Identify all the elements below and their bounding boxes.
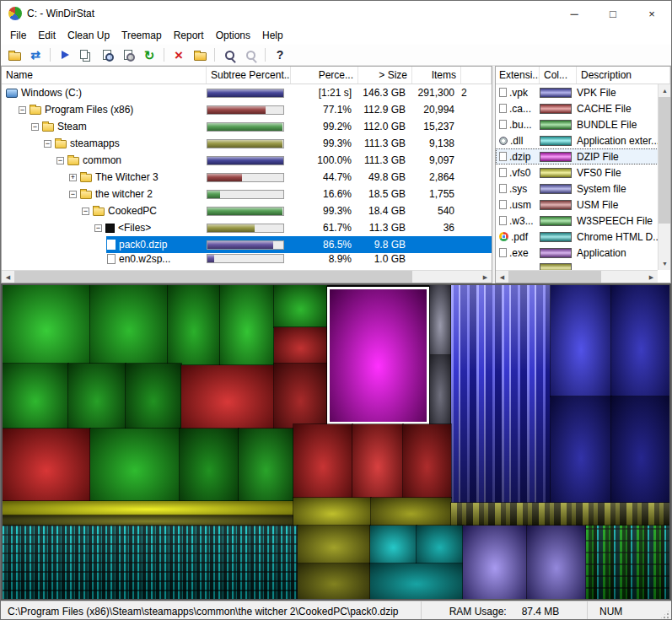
maximize-button[interactable]: □ <box>594 1 632 26</box>
resize-grip[interactable] <box>659 609 670 620</box>
expander-toggle[interactable]: + <box>69 174 77 181</box>
expander-toggle[interactable]: − <box>94 224 102 232</box>
tree-row[interactable]: −the witcher 216.6%18.5 GB1,755 <box>2 186 492 202</box>
treemap-rect[interactable] <box>126 364 181 429</box>
treemap-rect[interactable] <box>3 285 90 364</box>
extension-row[interactable]: .pdfChrome HTML D... <box>496 229 670 245</box>
extensions-vertical-scrollbar[interactable]: ▲ ▼ <box>658 84 670 270</box>
extension-row[interactable]: .dllApplication exter... <box>496 132 670 148</box>
scroll-thumb[interactable] <box>659 97 670 224</box>
extension-row[interactable]: .bu...BUNDLE File <box>496 116 670 132</box>
treemap-rect[interactable] <box>3 429 90 501</box>
scroll-left-icon[interactable]: ◀ <box>2 271 14 283</box>
scroll-down-icon[interactable]: ▼ <box>659 257 671 270</box>
treemap-rect[interactable] <box>429 355 451 424</box>
extension-row[interactable]: .dzipDZIP File <box>496 148 670 164</box>
menu-item-options[interactable]: Options <box>210 28 256 43</box>
treemap-rect[interactable] <box>298 526 370 563</box>
open-button[interactable] <box>4 46 24 64</box>
treemap-rect[interactable] <box>370 526 417 563</box>
tree-row[interactable]: −common100.0%111.3 GB9,097 <box>2 152 492 169</box>
extension-row[interactable]: .vpkVPK File <box>496 84 670 100</box>
expander-toggle[interactable]: − <box>56 157 64 164</box>
treemap-rect[interactable] <box>451 285 551 503</box>
column-header-col[interactable]: Col... <box>540 67 577 84</box>
column-header-extra[interactable] <box>461 67 492 84</box>
tree-row[interactable]: −steamapps99.3%111.3 GB9,138 <box>2 135 492 152</box>
expander-toggle[interactable]: − <box>31 123 39 131</box>
treemap-rect[interactable] <box>370 563 463 599</box>
treemap-rect[interactable] <box>274 327 327 364</box>
treemap-selected-file-rect[interactable] <box>327 287 429 424</box>
scroll-track[interactable] <box>508 271 645 283</box>
refresh-all-button[interactable] <box>25 46 46 64</box>
treemap-rect[interactable] <box>403 424 451 498</box>
copy-button[interactable] <box>76 46 96 64</box>
column-header-items[interactable]: Items <box>412 67 461 84</box>
expander-toggle[interactable]: − <box>44 140 51 148</box>
tree-row[interactable]: pack0.dzip86.5%9.8 GB <box>2 236 492 253</box>
treemap-rect[interactable] <box>3 526 298 599</box>
scroll-thumb[interactable] <box>14 271 412 283</box>
menu-item-edit[interactable]: Edit <box>32 28 62 43</box>
extension-row[interactable]: .w3...W3SPEECH File <box>496 213 670 229</box>
tree-row[interactable]: −<Files>61.7%11.3 GB36 <box>2 219 492 236</box>
treemap-rect[interactable] <box>274 285 327 327</box>
treemap-rect[interactable] <box>181 365 274 429</box>
scroll-up-icon[interactable]: ▲ <box>659 84 671 97</box>
refresh-selected-button[interactable] <box>139 46 159 64</box>
menu-item-file[interactable]: File <box>4 28 32 43</box>
extension-row[interactable]: .exeApplication <box>496 245 670 261</box>
menu-item-report[interactable]: Report <box>168 28 210 43</box>
column-header-size[interactable]: > Size <box>358 67 412 84</box>
treemap-rect[interactable] <box>586 526 669 599</box>
extensions-horizontal-scrollbar[interactable]: ◀ ▶ <box>496 270 658 283</box>
tree-row[interactable]: Windows (C:)[1:21 s]146.3 GB291,3002 <box>2 84 492 101</box>
scroll-right-icon[interactable]: ▶ <box>645 271 658 283</box>
treemap-rect[interactable] <box>274 364 327 429</box>
column-header-extensi[interactable]: Extensi... <box>496 67 540 84</box>
resume-button[interactable] <box>55 46 75 64</box>
delete-button[interactable] <box>169 46 189 64</box>
expander-toggle[interactable]: − <box>69 191 77 198</box>
treemap-rect[interactable] <box>168 285 220 365</box>
treemap-rect[interactable] <box>371 498 451 526</box>
extension-row[interactable]: .vfs0VFS0 File <box>496 164 670 181</box>
treemap-rect[interactable] <box>90 285 168 364</box>
scroll-thumb[interactable] <box>508 271 601 283</box>
minimize-button[interactable]: ─ <box>555 1 594 26</box>
treemap-rect[interactable] <box>3 515 293 526</box>
treemap-rect[interactable] <box>429 285 451 355</box>
tree-row[interactable]: +The Witcher 344.7%49.8 GB2,864 <box>2 169 492 186</box>
view-doc2-button[interactable] <box>118 46 138 64</box>
folder-button[interactable] <box>190 46 210 64</box>
tree-horizontal-scrollbar[interactable]: ◀ ▶ <box>2 270 492 283</box>
treemap-rect[interactable] <box>3 501 293 515</box>
column-header-subtree-percent[interactable]: Subtree Percent... <box>207 67 291 84</box>
view-doc-button[interactable] <box>97 46 117 64</box>
zoom-in-button[interactable] <box>219 46 239 64</box>
extension-row[interactable]: .usmUSM File <box>496 197 670 213</box>
treemap-rect[interactable] <box>180 429 239 501</box>
treemap-rect[interactable] <box>293 424 352 498</box>
treemap-rect[interactable] <box>239 429 293 501</box>
treemap-rect[interactable] <box>527 526 586 599</box>
extension-row[interactable]: .sysSystem file <box>496 181 670 197</box>
treemap-rect[interactable] <box>551 396 611 503</box>
tree-row[interactable]: −Steam99.2%112.0 GB15,237 <box>2 118 492 135</box>
menu-item-clean-up[interactable]: Clean Up <box>62 28 116 43</box>
menu-item-treemap[interactable]: Treemap <box>116 28 168 43</box>
treemap-rect[interactable] <box>68 364 126 429</box>
treemap-rect[interactable] <box>551 285 611 396</box>
treemap-rect[interactable] <box>417 526 463 563</box>
treemap-rect[interactable] <box>3 364 68 429</box>
scroll-track[interactable] <box>14 271 479 283</box>
close-button[interactable]: × <box>632 1 671 26</box>
treemap-rect[interactable] <box>220 285 274 365</box>
column-header-name[interactable]: Name <box>2 67 207 84</box>
treemap-rect[interactable] <box>463 526 527 599</box>
column-header-description[interactable]: Description <box>577 67 670 84</box>
expander-toggle[interactable]: − <box>19 106 26 114</box>
tree-row[interactable]: en0.w2sp...8.9%1.0 GB <box>2 253 492 264</box>
tree-row[interactable]: −CookedPC99.3%18.4 GB540 <box>2 202 492 219</box>
